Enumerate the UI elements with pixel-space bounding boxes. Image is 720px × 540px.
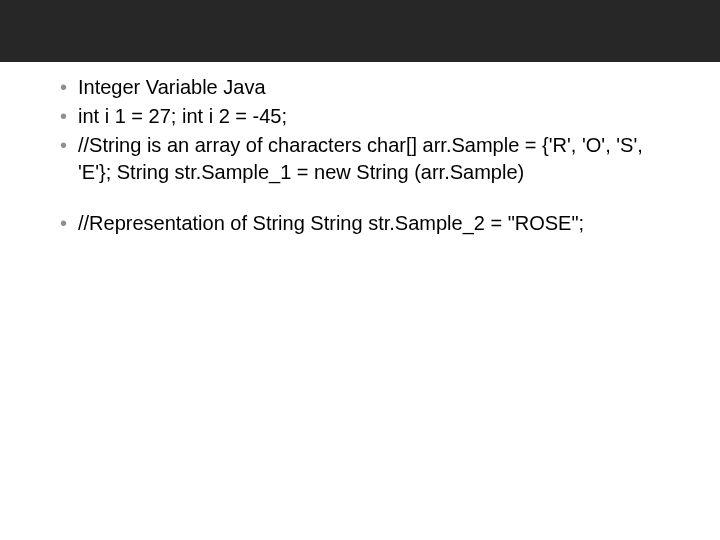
title-bar (0, 0, 720, 62)
list-item: //Representation of String String str.Sa… (60, 210, 674, 237)
list-item: //String is an array of characters char[… (60, 132, 674, 186)
list-item: Integer Variable Java (60, 74, 674, 101)
bullet-list: //Representation of String String str.Sa… (60, 210, 674, 237)
slide: Integer Variable Java int i 1 = 27; int … (0, 0, 720, 540)
list-item: int i 1 = 27; int i 2 = -45; (60, 103, 674, 130)
slide-content: Integer Variable Java int i 1 = 27; int … (0, 62, 720, 237)
spacer (60, 188, 674, 210)
bullet-list: Integer Variable Java int i 1 = 27; int … (60, 74, 674, 186)
